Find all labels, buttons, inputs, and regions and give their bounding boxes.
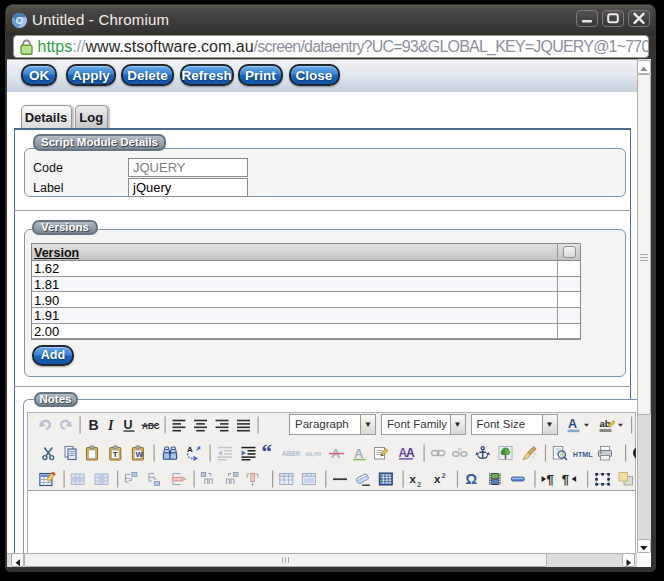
svg-text:HTML: HTML — [572, 449, 593, 458]
svg-text:I: I — [107, 418, 114, 433]
svg-text:B: B — [88, 417, 98, 433]
svg-text:ABBR: ABBR — [282, 450, 301, 457]
svg-text:x: x — [409, 473, 416, 485]
svg-text:A: A — [187, 445, 193, 454]
svg-text:U: U — [123, 418, 132, 432]
svg-text:¶: ¶ — [561, 472, 568, 487]
svg-text:T: T — [112, 450, 117, 459]
svg-text:W: W — [135, 450, 143, 459]
svg-text:A: A — [568, 417, 577, 431]
svg-text:Ω: Ω — [465, 471, 477, 487]
svg-text:2: 2 — [417, 479, 421, 488]
svg-text:2: 2 — [441, 471, 445, 480]
svg-text:“: “ — [261, 440, 272, 464]
svg-text:¶: ¶ — [546, 472, 553, 487]
svg-text:x: x — [434, 473, 441, 485]
svg-text:A: A — [405, 446, 414, 460]
svg-text:A: A — [354, 445, 364, 460]
svg-text:66,99: 66,99 — [305, 450, 321, 458]
svg-text:ab: ab — [599, 418, 610, 429]
